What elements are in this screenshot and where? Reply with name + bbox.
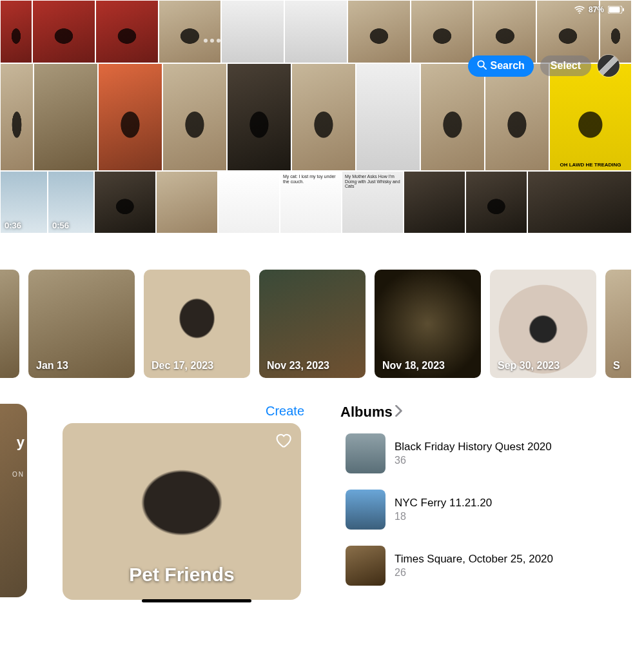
svg-line-4: [483, 66, 486, 68]
video-thumb[interactable]: 0:56: [48, 171, 94, 233]
memory-card[interactable]: Nov 23, 2023: [259, 270, 366, 378]
photo-thumb[interactable]: [404, 171, 465, 233]
featured-memory-card-partial[interactable]: y ON: [0, 404, 27, 597]
photo-thumb[interactable]: [485, 63, 549, 171]
select-button[interactable]: Select: [540, 55, 591, 76]
photo-thumb-meme[interactable]: OH LAWD HE TREADING: [549, 63, 632, 171]
memory-card[interactable]: Nov 18, 2023: [375, 270, 481, 378]
library-photo-grid: OH LAWD HE TREADING 0:36 0:56 My cat: I …: [0, 0, 632, 233]
album-title: NYC Ferry 11.21.20: [395, 497, 492, 510]
photo-thumb[interactable]: [411, 0, 474, 63]
memory-date: S: [613, 360, 620, 372]
memory-card[interactable]: Sep 30, 2023: [490, 270, 596, 378]
memory-date: Nov 23, 2023: [267, 360, 329, 372]
album-row[interactable]: Times Square, October 25, 2020 26: [340, 541, 624, 591]
video-duration: 0:36: [5, 221, 21, 230]
memory-date: Dec 17, 2023: [151, 360, 213, 372]
photo-thumb[interactable]: [291, 63, 356, 171]
favorite-heart-icon[interactable]: [274, 431, 292, 449]
chevron-right-icon: [395, 404, 403, 421]
photo-thumb[interactable]: [356, 63, 420, 171]
battery-icon: [608, 6, 625, 14]
video-thumb[interactable]: 0:36: [0, 171, 48, 233]
battery-percent: 87%: [589, 5, 604, 14]
album-thumb: [346, 433, 385, 473]
photo-thumb[interactable]: [34, 63, 98, 171]
grid-row-2: OH LAWD HE TREADING: [0, 63, 632, 171]
photo-thumb[interactable]: [156, 171, 218, 233]
search-label: Search: [490, 60, 524, 72]
photo-thumb[interactable]: [218, 171, 280, 233]
pet-friends-card[interactable]: Pet Friends: [63, 423, 301, 600]
profile-avatar[interactable]: [598, 55, 620, 77]
featured-title-partial: y: [17, 435, 24, 450]
svg-rect-1: [609, 7, 620, 13]
search-button[interactable]: Search: [468, 55, 533, 77]
memory-card-partial-left[interactable]: [0, 270, 19, 378]
status-bar: 87%: [574, 5, 625, 14]
memory-card[interactable]: Jan 13: [28, 270, 135, 378]
album-row[interactable]: Black Friday History Quest 2020 36: [340, 428, 624, 479]
photo-thumb[interactable]: [420, 63, 485, 171]
photo-thumb[interactable]: [98, 63, 162, 171]
album-count: 36: [395, 455, 552, 466]
home-indicator: [142, 599, 251, 602]
photo-thumb[interactable]: [95, 0, 159, 63]
meme-caption: OH LAWD HE TREADING: [550, 162, 631, 168]
photo-thumb-headline-a[interactable]: My cat: I lost my toy under the couch.: [280, 171, 342, 233]
memory-date: Nov 18, 2023: [382, 360, 445, 372]
photo-thumb[interactable]: [221, 0, 284, 63]
memory-date: Jan 13: [36, 360, 68, 372]
photo-thumb[interactable]: [347, 0, 411, 63]
album-title: Black Friday History Quest 2020: [395, 441, 552, 453]
memory-card-partial-right[interactable]: S: [605, 270, 631, 378]
photo-thumb[interactable]: [465, 171, 527, 233]
album-thumb: [346, 490, 385, 530]
grid-row-3: 0:36 0:56 My cat: I lost my toy under th…: [0, 171, 632, 233]
memories-track: Jan 13 Dec 17, 2023 Nov 23, 2023 Nov 18,…: [0, 270, 632, 378]
photo-thumb[interactable]: [32, 0, 95, 63]
photo-thumb[interactable]: [227, 63, 291, 171]
memories-row[interactable]: Jan 13 Dec 17, 2023 Nov 23, 2023 Nov 18,…: [0, 270, 632, 378]
create-link[interactable]: Create: [266, 404, 304, 419]
photo-thumb[interactable]: [94, 171, 156, 233]
memory-card[interactable]: Dec 17, 2023: [144, 270, 250, 378]
memory-date: Sep 30, 2023: [498, 360, 560, 372]
video-duration: 0:56: [52, 221, 69, 230]
albums-list: Black Friday History Quest 2020 36 NYC F…: [340, 428, 624, 591]
search-icon: [477, 60, 487, 72]
svg-rect-2: [623, 8, 624, 12]
photo-thumb[interactable]: [284, 0, 347, 63]
album-count: 26: [395, 567, 553, 579]
album-title: Times Square, October 25, 2020: [395, 553, 553, 566]
photo-thumb[interactable]: [473, 0, 536, 63]
thumb-caption: My Mother Asks How I'm Doing with Just W…: [345, 174, 403, 189]
album-thumb: [346, 546, 385, 586]
top-action-bar: Search Select: [468, 55, 620, 77]
select-label: Select: [551, 60, 581, 71]
more-icon[interactable]: [204, 39, 220, 43]
photo-thumb[interactable]: [0, 0, 32, 63]
albums-header-label: Albums: [340, 404, 393, 421]
wifi-icon: [574, 6, 585, 14]
photo-thumb[interactable]: [527, 171, 632, 233]
album-count: 18: [395, 511, 492, 522]
thumb-caption: My cat: I lost my toy under the couch.: [283, 174, 341, 184]
photo-thumb-headline-b[interactable]: My Mother Asks How I'm Doing with Just W…: [342, 171, 404, 233]
album-row[interactable]: NYC Ferry 11.21.20 18: [340, 484, 624, 535]
pet-friends-title: Pet Friends: [63, 564, 301, 586]
featured-subtitle-partial: ON: [12, 471, 24, 478]
photo-thumb[interactable]: [159, 0, 222, 63]
photo-thumb[interactable]: [162, 63, 227, 171]
grid-row-1: [0, 0, 632, 63]
albums-header[interactable]: Albums: [340, 404, 403, 421]
photo-thumb[interactable]: [0, 63, 34, 171]
